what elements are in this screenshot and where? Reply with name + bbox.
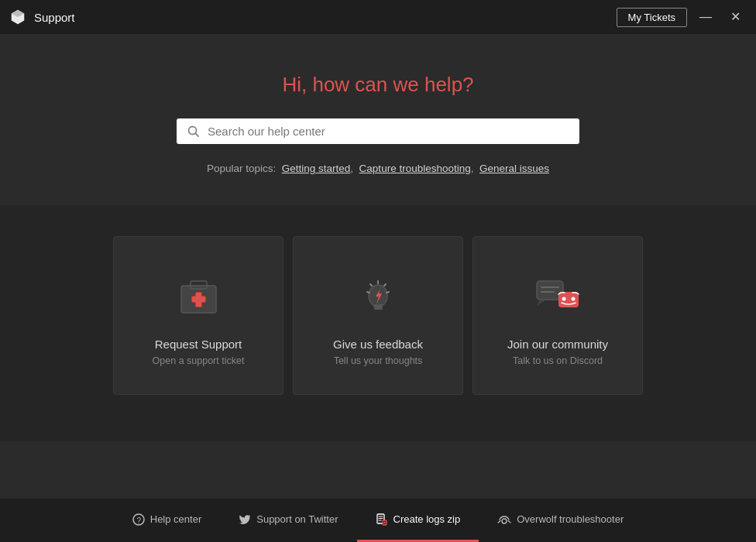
hero-title: Hi, how can we help? — [0, 73, 756, 97]
titlebar: Support My Tickets — ✕ — [0, 0, 756, 34]
svg-point-22 — [562, 297, 566, 300]
hero-section: Hi, how can we help? Popular topics: Get… — [0, 34, 756, 205]
cards-section: Request Support Open a support ticket — [0, 205, 756, 441]
svg-line-13 — [367, 292, 369, 293]
search-box — [177, 118, 579, 144]
feedback-icon — [351, 268, 405, 322]
footer-twitter-label: Support on Twitter — [256, 513, 338, 525]
svg-line-14 — [387, 292, 389, 293]
overwolf-logo-icon — [9, 9, 26, 26]
topic-getting-started[interactable]: Getting started — [282, 163, 351, 174]
logs-icon — [376, 513, 388, 526]
footer-troubleshooter-label: Overwolf troubleshooter — [517, 513, 624, 525]
card-request-support-subtitle: Open a support ticket — [153, 355, 245, 366]
footer-help-center[interactable]: ? Help center — [114, 499, 220, 542]
titlebar-controls: My Tickets — ✕ — [617, 8, 747, 27]
minimize-button[interactable]: — — [693, 9, 718, 25]
titlebar-left: Support — [9, 9, 75, 26]
svg-rect-9 — [373, 304, 383, 307]
svg-line-1 — [196, 133, 199, 136]
popular-topics: Popular topics: Getting started, Capture… — [0, 163, 756, 174]
topic-capture-troubleshooting[interactable]: Capture troubleshooting — [359, 163, 471, 174]
search-input[interactable] — [208, 125, 569, 138]
card-request-support-title: Request Support — [155, 338, 242, 351]
card-feedback[interactable]: Give us feedback Tell us your thoughts — [293, 236, 463, 395]
footer: ? Help center Support on Twitter Create … — [0, 499, 756, 542]
svg-line-15 — [370, 284, 372, 286]
svg-line-35 — [508, 520, 510, 523]
close-button[interactable]: ✕ — [724, 9, 747, 25]
my-tickets-button[interactable]: My Tickets — [617, 8, 687, 27]
svg-line-16 — [384, 284, 386, 286]
popular-label: Popular topics: — [207, 163, 276, 174]
card-community[interactable]: Join our community Talk to us on Discord — [472, 236, 643, 395]
twitter-icon — [239, 513, 251, 526]
svg-line-34 — [498, 520, 500, 523]
svg-text:?: ? — [136, 516, 141, 524]
svg-point-23 — [572, 297, 576, 300]
card-community-subtitle: Talk to us on Discord — [513, 355, 603, 366]
svg-rect-10 — [374, 307, 383, 310]
card-community-title: Join our community — [507, 338, 608, 351]
footer-create-logs[interactable]: Create logs zip — [357, 499, 479, 542]
svg-marker-18 — [537, 300, 546, 306]
card-feedback-title: Give us feedback — [333, 338, 423, 351]
support-icon — [171, 268, 225, 322]
search-icon — [187, 125, 200, 138]
svg-rect-7 — [192, 297, 205, 302]
card-feedback-subtitle: Tell us your thoughts — [334, 355, 423, 366]
footer-twitter[interactable]: Support on Twitter — [220, 499, 356, 542]
help-icon: ? — [132, 513, 145, 526]
topic-general-issues[interactable]: General issues — [479, 163, 549, 174]
footer-troubleshooter[interactable]: Overwolf troubleshooter — [479, 499, 642, 542]
cards-container: Request Support Open a support ticket — [0, 236, 756, 395]
footer-help-center-label: Help center — [150, 513, 201, 525]
search-container — [0, 118, 756, 144]
svg-point-33 — [502, 519, 507, 523]
card-request-support[interactable]: Request Support Open a support ticket — [113, 236, 284, 395]
svg-rect-21 — [558, 292, 579, 307]
community-icon — [531, 268, 585, 322]
troubleshooter-icon — [497, 513, 511, 526]
app-title: Support — [34, 11, 75, 24]
footer-create-logs-label: Create logs zip — [393, 513, 461, 525]
